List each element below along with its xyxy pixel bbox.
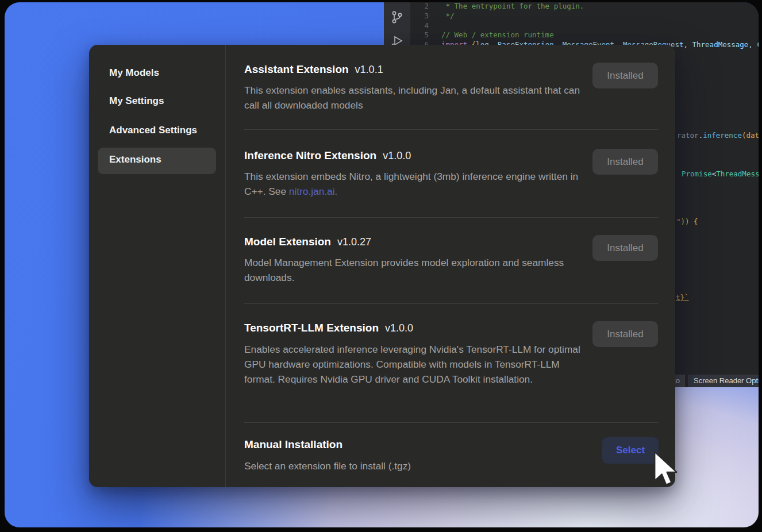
installed-button[interactable]: Installed — [592, 321, 658, 347]
extension-title-row: TensortRT-LLM Extension v1.0.0 — [244, 321, 413, 336]
line-number: 3 — [410, 11, 429, 21]
separator — [244, 303, 658, 304]
source-control-icon[interactable] — [390, 10, 404, 24]
extension-title: Assistant Extension — [244, 62, 349, 77]
code-token: " — [676, 217, 681, 226]
sidebar-item-extensions[interactable]: Extensions — [98, 148, 216, 174]
extension-title: TensortRT-LLM Extension — [244, 321, 379, 336]
code-fragment: Promise<ThreadMessage> — [682, 169, 759, 179]
code-fragment: ")) { — [676, 217, 698, 227]
code-line: */ — [441, 11, 455, 21]
code-token: ThreadMessage — [716, 169, 759, 178]
extension-title-row: Assistant Extension v1.0.1 — [244, 62, 383, 77]
extension-title: Inference Nitro Extension — [244, 148, 376, 163]
extension-version: v1.0.0 — [383, 150, 411, 162]
extension-description: This extension embeds Nitro, a lightweig… — [244, 169, 582, 199]
statusbar-screen-reader-badge: Screen Reader Optimized — [688, 375, 759, 387]
screen-background: 2 3 4 5 6 * The entrypoint for the plugi… — [0, 0, 762, 532]
code-line: * The entrypoint for the plugin. — [441, 2, 584, 11]
code-token: { — [690, 217, 698, 226]
code-fragment: t}` — [676, 293, 689, 303]
code-token: t}` — [676, 293, 689, 302]
installed-button[interactable]: Installed — [592, 63, 658, 88]
code-fragment: rator.inference(data)); — [677, 131, 759, 141]
code-token: rator — [677, 131, 699, 140]
extension-description: Enables accelerated inference leveraging… — [244, 342, 582, 387]
sidebar-item-my-settings[interactable]: My Settings — [109, 95, 164, 107]
line-number: 5 — [410, 30, 429, 40]
manual-installation-title: Manual Installation — [244, 437, 342, 452]
code-token: data — [746, 131, 759, 140]
code-token: Promise — [682, 169, 712, 178]
extension-description: Model Management Extension provides mode… — [244, 256, 582, 285]
installed-button[interactable]: Installed — [592, 235, 658, 261]
manual-installation-description: Select an extension file to install (.tg… — [244, 459, 411, 474]
separator — [244, 422, 658, 423]
line-number: 4 — [410, 21, 429, 31]
separator — [244, 129, 658, 130]
code-token: )) — [681, 217, 690, 226]
extension-description: This extension enables assistants, inclu… — [244, 83, 582, 113]
sidebar-item-label: Extensions — [109, 154, 161, 165]
extension-title: Model Extension — [244, 234, 331, 249]
settings-modal: My Models My Settings Advanced Settings … — [89, 45, 675, 487]
line-number: 2 — [410, 2, 429, 11]
select-button[interactable]: Select — [602, 437, 659, 464]
mouse-cursor — [652, 450, 682, 488]
code-token: inference — [703, 131, 742, 140]
extension-version: v1.0.1 — [355, 64, 383, 76]
manual-installation-row: Manual Installation — [244, 437, 342, 452]
separator — [244, 217, 658, 218]
sidebar-item-my-models[interactable]: My Models — [109, 67, 159, 79]
installed-button[interactable]: Installed — [592, 149, 658, 175]
sidebar-item-advanced-settings[interactable]: Advanced Settings — [109, 125, 197, 136]
screenshot-frame: 2 3 4 5 6 * The entrypoint for the plugi… — [5, 2, 759, 527]
extension-title-row: Model Extension v1.0.27 — [244, 234, 371, 249]
sidebar-divider — [225, 45, 226, 487]
code-line: // Web / extension runtime — [441, 30, 554, 40]
extension-version: v1.0.27 — [337, 236, 371, 248]
extension-title-row: Inference Nitro Extension v1.0.0 — [244, 148, 411, 163]
nitro-jan-ai-link[interactable]: nitro.jan.ai. — [289, 186, 338, 197]
extension-version: v1.0.0 — [385, 322, 413, 334]
